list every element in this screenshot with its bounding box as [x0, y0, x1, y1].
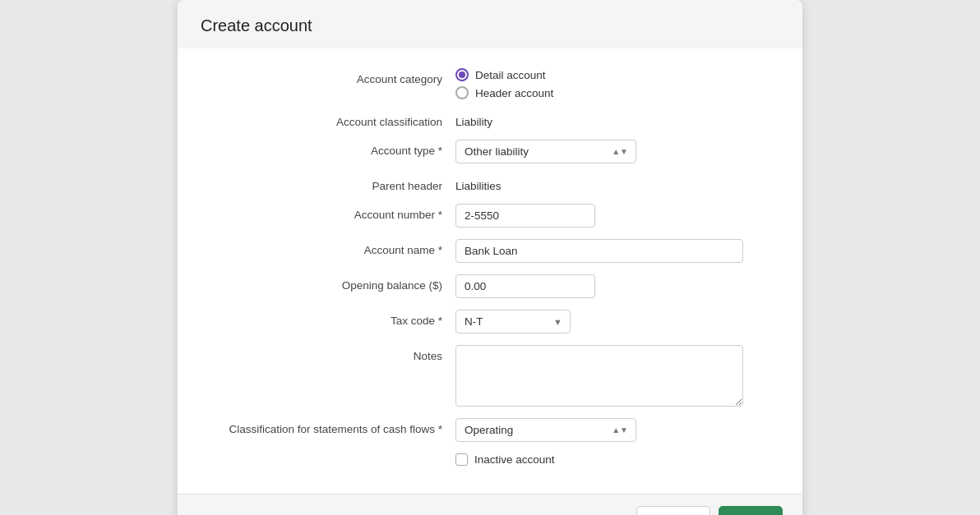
tax-code-control-area: N-T GST BAS Excluded ▼: [455, 310, 779, 333]
inactive-account-spacer: [201, 453, 455, 458]
account-category-controls: Detail account Header account: [455, 68, 779, 99]
cash-flow-control-area: Operating Investing Financing ▲▼: [455, 418, 779, 442]
opening-balance-row: Opening balance ($): [201, 274, 779, 298]
account-classification-label: Account classification: [201, 111, 455, 128]
detail-account-label: Detail account: [475, 69, 546, 81]
tax-code-select[interactable]: N-T GST BAS Excluded: [455, 310, 571, 333]
header-account-radio[interactable]: [455, 86, 469, 99]
account-type-row: Account type * Other liability Current l…: [201, 140, 779, 163]
dialog-footer: Cancel Save: [178, 494, 802, 515]
tax-code-label: Tax code *: [201, 310, 455, 327]
tax-code-row: Tax code * N-T GST BAS Excluded ▼: [201, 310, 779, 333]
account-type-label: Account type *: [201, 140, 455, 157]
account-number-row: Account number *: [201, 204, 779, 228]
notes-control-area: [455, 345, 779, 407]
account-type-select-wrapper: Other liability Current liability Long-t…: [455, 140, 636, 163]
cash-flow-select-wrapper: Operating Investing Financing ▲▼: [455, 418, 636, 442]
account-number-input[interactable]: [455, 204, 595, 228]
opening-balance-input[interactable]: [455, 274, 595, 298]
inactive-account-checkbox-item[interactable]: Inactive account: [455, 453, 555, 466]
cancel-button[interactable]: Cancel: [636, 506, 710, 515]
dialog-title: Create account: [201, 16, 312, 34]
cash-flow-label: Classification for statements of cash fl…: [201, 418, 455, 435]
header-account-label: Header account: [475, 87, 553, 99]
opening-balance-control-area: [455, 274, 779, 298]
dialog-body: Account category Detail account Header a…: [178, 48, 802, 494]
save-button[interactable]: Save: [719, 506, 783, 515]
parent-header-label: Parent header: [201, 175, 455, 192]
account-category-radio-group: Detail account Header account: [455, 68, 553, 99]
account-type-control-area: Other liability Current liability Long-t…: [455, 140, 779, 163]
notes-row: Notes: [201, 345, 779, 407]
notes-textarea[interactable]: [455, 345, 743, 407]
inactive-account-control-area: Inactive account: [455, 453, 779, 466]
account-classification-value: Liability: [455, 111, 492, 128]
account-name-label: Account name *: [201, 239, 455, 256]
opening-balance-label: Opening balance ($): [201, 274, 455, 292]
account-classification-row: Account classification Liability: [201, 111, 779, 128]
account-category-row: Account category Detail account Header a…: [201, 68, 779, 99]
notes-label: Notes: [201, 345, 455, 362]
account-type-select[interactable]: Other liability Current liability Long-t…: [455, 140, 636, 163]
account-name-control-area: [455, 239, 779, 263]
account-classification-value-area: Liability: [455, 111, 779, 128]
inactive-account-checkbox[interactable]: [455, 453, 468, 466]
account-name-row: Account name *: [201, 239, 779, 263]
account-name-input[interactable]: [455, 239, 743, 263]
cash-flow-row: Classification for statements of cash fl…: [201, 418, 779, 442]
inactive-account-row: Inactive account: [201, 453, 779, 466]
tax-code-select-wrapper: N-T GST BAS Excluded ▼: [455, 310, 571, 333]
account-number-control-area: [455, 204, 779, 228]
header-account-radio-item[interactable]: Header account: [455, 86, 553, 99]
inactive-account-label: Inactive account: [474, 453, 555, 466]
parent-header-row: Parent header Liabilities: [201, 175, 779, 192]
cash-flow-select[interactable]: Operating Investing Financing: [455, 418, 636, 442]
detail-account-radio-item[interactable]: Detail account: [455, 68, 553, 81]
detail-account-radio[interactable]: [455, 68, 469, 81]
parent-header-value: Liabilities: [455, 175, 502, 192]
create-account-dialog: Create account Account category Detail a…: [178, 0, 802, 515]
account-number-label: Account number *: [201, 204, 455, 221]
account-category-label: Account category: [201, 68, 455, 85]
dialog-header: Create account: [178, 0, 802, 48]
parent-header-value-area: Liabilities: [455, 175, 779, 192]
